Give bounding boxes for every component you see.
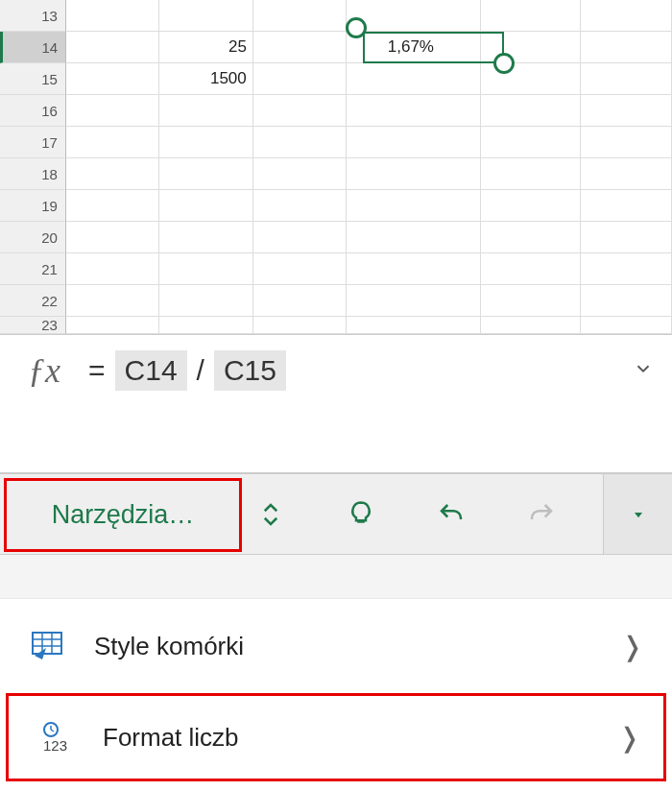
menu-item-cell-styles[interactable]: Style komórki ❭ xyxy=(0,599,672,693)
cell[interactable] xyxy=(66,127,159,158)
cell[interactable] xyxy=(481,285,580,317)
cell[interactable] xyxy=(347,95,481,127)
toolbar: Narzędzia… xyxy=(0,473,672,555)
cell[interactable] xyxy=(347,222,481,253)
cell[interactable] xyxy=(347,190,481,222)
cell[interactable] xyxy=(253,158,347,190)
cell[interactable] xyxy=(253,317,347,334)
cell[interactable] xyxy=(66,0,159,32)
undo-icon[interactable] xyxy=(428,491,474,538)
cell[interactable] xyxy=(481,190,580,222)
cell[interactable] xyxy=(481,0,580,32)
formula-ref-token[interactable]: C15 xyxy=(214,350,286,391)
sort-icon[interactable] xyxy=(248,491,294,538)
cell-C14[interactable]: 25 xyxy=(159,32,252,63)
menu-item-number-format[interactable]: 123 Format liczb ❭ xyxy=(6,693,666,781)
cell[interactable] xyxy=(66,253,159,285)
chevron-right-icon: ❭ xyxy=(621,631,643,662)
number-format-icon: 123 xyxy=(36,716,78,758)
cell[interactable] xyxy=(253,285,347,317)
cell[interactable] xyxy=(481,158,580,190)
tools-button[interactable]: Narzędzia… xyxy=(4,478,242,552)
cell[interactable] xyxy=(159,222,252,253)
cell[interactable] xyxy=(253,95,347,127)
cell[interactable] xyxy=(66,285,159,317)
row-header[interactable]: 18 xyxy=(0,158,66,190)
cell[interactable] xyxy=(159,317,252,334)
cell[interactable] xyxy=(253,127,347,158)
row-header[interactable]: 16 xyxy=(0,95,66,127)
cell[interactable] xyxy=(253,32,347,63)
row-header[interactable]: 21 xyxy=(0,253,66,285)
cell[interactable] xyxy=(581,222,673,253)
cell[interactable] xyxy=(581,63,673,95)
cell[interactable] xyxy=(159,158,252,190)
cell[interactable] xyxy=(66,32,159,63)
formula-operator: / xyxy=(197,354,204,387)
cell-E14-selected[interactable]: 1,67% xyxy=(347,32,481,63)
row-header[interactable]: 13 xyxy=(0,0,66,32)
row-header[interactable]: 15 xyxy=(0,63,66,95)
redo-icon[interactable] xyxy=(518,491,564,538)
cell[interactable] xyxy=(347,0,481,32)
cell[interactable] xyxy=(253,253,347,285)
cell[interactable] xyxy=(347,317,481,334)
row-header[interactable]: 14 xyxy=(0,32,66,63)
cell[interactable] xyxy=(159,253,252,285)
lightbulb-icon[interactable] xyxy=(338,491,384,538)
cell[interactable] xyxy=(481,253,580,285)
cell[interactable] xyxy=(159,0,252,32)
cell[interactable] xyxy=(159,190,252,222)
selection-handle-icon[interactable] xyxy=(493,53,515,74)
cell[interactable] xyxy=(481,317,580,334)
cell[interactable] xyxy=(481,222,580,253)
cell[interactable] xyxy=(581,317,673,334)
svg-rect-1 xyxy=(33,633,61,654)
cell[interactable] xyxy=(159,285,252,317)
cell[interactable] xyxy=(66,158,159,190)
svg-marker-0 xyxy=(635,513,642,517)
row-header[interactable]: 20 xyxy=(0,222,66,253)
toolbar-dropdown-button[interactable] xyxy=(603,474,672,554)
formula-bar[interactable]: ƒx = C14 / C15 xyxy=(0,334,672,473)
cell[interactable] xyxy=(581,95,673,127)
cell[interactable] xyxy=(481,127,580,158)
cell[interactable] xyxy=(581,285,673,317)
cell[interactable] xyxy=(581,127,673,158)
cell[interactable] xyxy=(481,95,580,127)
cell[interactable] xyxy=(347,63,481,95)
cell[interactable] xyxy=(253,222,347,253)
cell[interactable] xyxy=(66,222,159,253)
selection-handle-icon[interactable] xyxy=(346,17,367,38)
cell[interactable] xyxy=(253,63,347,95)
cell[interactable] xyxy=(347,285,481,317)
spreadsheet-grid[interactable]: 13 14 25 1,67% 15 1500 16 17 18 19 xyxy=(0,0,672,334)
cell[interactable] xyxy=(581,253,673,285)
chevron-right-icon: ❭ xyxy=(618,722,640,754)
row-header[interactable]: 23 xyxy=(0,317,66,334)
menu-separator xyxy=(0,555,672,599)
cell[interactable] xyxy=(347,253,481,285)
cell[interactable] xyxy=(253,190,347,222)
cell[interactable] xyxy=(66,190,159,222)
cell[interactable] xyxy=(581,32,672,63)
cell[interactable] xyxy=(253,0,347,32)
cell[interactable] xyxy=(159,127,252,158)
row-header[interactable]: 19 xyxy=(0,190,66,222)
row-header[interactable]: 22 xyxy=(0,285,66,317)
cell[interactable] xyxy=(159,95,252,127)
cell[interactable] xyxy=(66,95,159,127)
cell[interactable] xyxy=(347,127,481,158)
cell[interactable] xyxy=(347,158,481,190)
cell[interactable] xyxy=(66,63,159,95)
cell[interactable] xyxy=(581,0,673,32)
cell[interactable] xyxy=(581,158,673,190)
cell-C15[interactable]: 1500 xyxy=(159,63,252,95)
formula-ref-token[interactable]: C14 xyxy=(115,350,187,391)
cell[interactable] xyxy=(66,317,159,334)
formula-input[interactable]: = C14 / C15 xyxy=(88,345,614,391)
row-header[interactable]: 17 xyxy=(0,127,66,158)
fx-icon: ƒx xyxy=(0,345,88,391)
expand-formula-button[interactable] xyxy=(614,345,672,385)
cell[interactable] xyxy=(581,190,673,222)
